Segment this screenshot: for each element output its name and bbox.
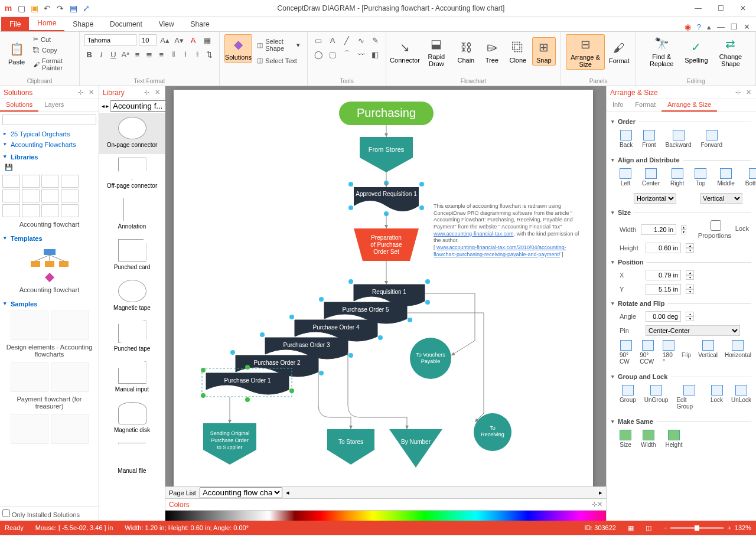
group-button[interactable]: Group (620, 385, 636, 410)
ungroup-button[interactable]: UnGroup (644, 385, 669, 410)
pagelist-selector[interactable]: Accounting flow chart (1/1) (200, 487, 282, 498)
library-selector[interactable]: Accounting f... (110, 100, 173, 112)
italic-icon[interactable]: I (96, 48, 106, 60)
copy-button[interactable]: ⿻Copy (31, 45, 74, 55)
tab-shape[interactable]: Shape (64, 17, 102, 31)
font-size-input[interactable] (139, 34, 157, 46)
arrange-size-button[interactable]: ⊟Arrange & Size (566, 34, 605, 70)
section-templates[interactable]: Templates (2, 231, 96, 244)
rotate-ccw-button[interactable]: 90° CCW (640, 340, 656, 365)
pin-icon[interactable]: ⊹ (76, 89, 84, 97)
library-item[interactable]: Punched tape (99, 317, 165, 358)
freehand-tool-icon[interactable]: 〰 (355, 48, 367, 60)
distribute-horizontal-select[interactable]: Horizontal (634, 193, 676, 204)
tab-home[interactable]: Home (29, 16, 64, 31)
clone-button[interactable]: ⿻Clone (506, 38, 530, 65)
tree-item-accounting[interactable]: Accounting Flowcharts (2, 139, 96, 150)
line-tool-icon[interactable]: ╱ (341, 34, 353, 46)
section-samples[interactable]: Samples (2, 297, 96, 309)
lock-button[interactable]: Lock (711, 385, 723, 410)
distribute-vertical-select[interactable]: Vertical (700, 193, 742, 204)
increase-font-icon[interactable]: A▴ (159, 34, 171, 46)
cut-button[interactable]: ✂Cut (31, 34, 74, 44)
find-replace-button[interactable]: 🔭Find & Replace (641, 34, 682, 68)
tab-view[interactable]: View (151, 17, 183, 31)
spin-up-icon[interactable]: ▴ (681, 225, 686, 230)
solutions-search-input[interactable] (2, 115, 96, 125)
maximize-button[interactable]: ☐ (710, 1, 731, 15)
align-middle-button[interactable]: Middle (717, 168, 734, 187)
chain-button[interactable]: ⛓Chain (454, 38, 478, 65)
highlight-icon[interactable]: ▦ (201, 34, 213, 46)
rapid-draw-button[interactable]: ⬓Rapid Draw (421, 34, 452, 68)
eraser-tool-icon[interactable]: ◧ (369, 48, 381, 60)
spin-up-icon[interactable]: ▴ (686, 285, 694, 289)
sample-thumbnail[interactable] (51, 414, 89, 444)
zoom-slider[interactable] (670, 527, 724, 529)
font-dialog-icon[interactable]: Aᵃ (120, 48, 130, 60)
sample-thumbnail[interactable] (11, 362, 48, 392)
spin-up-icon[interactable]: ▴ (686, 312, 694, 316)
library-thumbnails[interactable] (2, 172, 96, 220)
library-item[interactable]: Off-page connector (99, 154, 165, 195)
y-input[interactable] (646, 284, 681, 295)
spin-down-icon[interactable]: ▾ (681, 230, 686, 234)
spin-down-icon[interactable]: ▾ (686, 275, 694, 280)
subtab-info[interactable]: Info (607, 99, 629, 112)
section-libraries[interactable]: Libraries (2, 150, 96, 162)
window-restore-icon[interactable]: ❐ (731, 22, 738, 31)
spelling-button[interactable]: ✓Spelling (685, 38, 708, 65)
rotate-180-button[interactable]: 180 ° (663, 340, 674, 365)
align-center-button[interactable]: Center (642, 168, 660, 187)
print-preview-icon[interactable]: ⤢ (82, 4, 91, 13)
zoom-in-button[interactable]: + (727, 524, 731, 531)
font-family-input[interactable] (84, 34, 136, 46)
format-panel-button[interactable]: 🖌Format (607, 38, 631, 66)
pin-select[interactable]: Center-Center (646, 325, 740, 336)
line-spacing-icon[interactable]: ⇅ (204, 48, 214, 60)
library-item[interactable]: On-page connector (99, 113, 165, 154)
change-shape-button[interactable]: ⇄Change Shape (711, 34, 751, 68)
align-bottom-icon[interactable]: ⫳ (193, 48, 202, 60)
select-shape-button[interactable]: ◫Select Shape▾ (255, 37, 302, 53)
close-icon[interactable]: ✕ (744, 89, 752, 97)
sample-thumbnail[interactable] (11, 414, 48, 444)
same-height-button[interactable]: Height (666, 430, 683, 448)
library-item[interactable]: Punched card (99, 236, 165, 276)
underline-icon[interactable]: U (109, 48, 118, 60)
close-button[interactable]: ✕ (732, 1, 754, 15)
minimize-button[interactable]: — (687, 1, 709, 15)
textbox-tool-icon[interactable]: ▢ (327, 48, 338, 60)
spin-down-icon[interactable]: ▾ (686, 316, 694, 321)
template-thumbnail[interactable] (2, 244, 96, 285)
pin-icon[interactable]: ⊹ (592, 501, 597, 508)
close-icon[interactable]: ✕ (153, 89, 161, 97)
save-icon[interactable]: ▤ (69, 4, 78, 13)
order-front-button[interactable]: Front (642, 130, 656, 148)
scroll-left-icon[interactable]: ◂ (286, 489, 289, 496)
edit-group-button[interactable]: Edit Group (676, 385, 702, 410)
next-library-icon[interactable]: ▸ (106, 103, 109, 109)
subtab-layers[interactable]: Layers (38, 99, 70, 112)
align-center-icon[interactable]: ≣ (145, 48, 154, 60)
align-top-button[interactable]: Top (695, 168, 706, 187)
align-right-icon[interactable]: ≡ (157, 48, 166, 60)
color-palette[interactable] (165, 510, 606, 521)
rect-tool-icon[interactable]: ▭ (312, 34, 324, 46)
align-middle-icon[interactable]: ⫲ (181, 48, 190, 60)
spin-down-icon[interactable]: ▾ (686, 248, 694, 253)
collapse-ribbon-icon[interactable]: ▴ (707, 22, 711, 31)
align-top-icon[interactable]: ⫴ (168, 48, 178, 60)
pin-icon[interactable]: ⊹ (734, 89, 742, 97)
open-icon[interactable]: ▣ (30, 4, 39, 13)
lock-proportions-checkbox[interactable] (698, 220, 734, 231)
text-tool-icon[interactable]: A (327, 34, 338, 46)
tab-share[interactable]: Share (183, 17, 218, 31)
drawing-page[interactable]: Purchasing From Stores Approved Requisit… (174, 90, 593, 486)
subtab-arrange[interactable]: Arrange & Size (662, 99, 717, 112)
snap-button[interactable]: ⊞Snap (532, 37, 556, 66)
view-page-icon[interactable]: ▦ (628, 524, 634, 532)
font-color-icon[interactable]: A (187, 34, 199, 46)
window-minimize-icon[interactable]: — (717, 22, 725, 31)
subtab-format[interactable]: Format (629, 99, 662, 112)
